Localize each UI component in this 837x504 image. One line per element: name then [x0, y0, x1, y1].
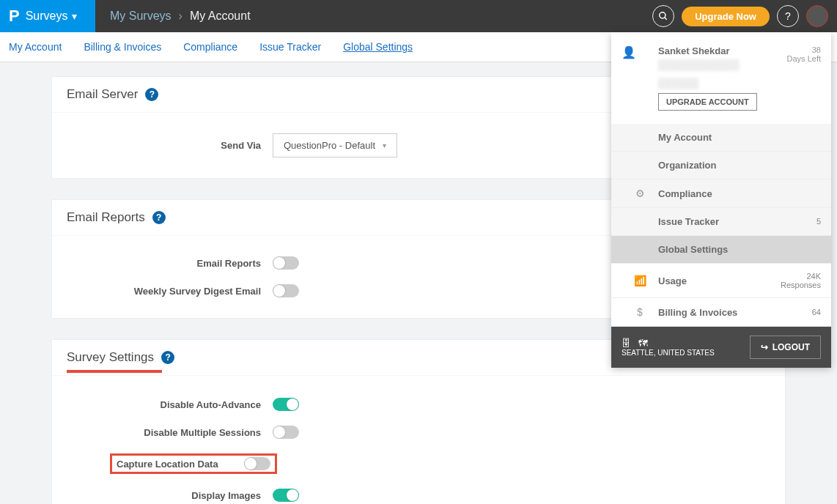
breadcrumb-current: My Account [190, 10, 251, 23]
toggle-switch[interactable] [273, 284, 299, 297]
menu-label: Organization [658, 160, 821, 171]
chevron-down-icon: ▾ [72, 10, 77, 22]
menu-label: Issue Tracker [658, 216, 816, 227]
chevron-right-icon: › [179, 10, 182, 23]
sub-nav-tab[interactable]: Issue Tracker [259, 41, 321, 53]
logout-button[interactable]: ↪ LOGOUT [750, 336, 821, 359]
menu-value: 64 [812, 308, 821, 316]
sub-nav-tab[interactable]: Compliance [183, 41, 237, 53]
toggle-switch[interactable] [273, 489, 299, 502]
database-icon: 🗄 [622, 338, 631, 349]
menu-icon: $ [622, 306, 658, 318]
panel-title: Survey Settings [67, 350, 154, 365]
menu-value: 5 [816, 217, 821, 226]
highlight-underline [67, 370, 162, 373]
logout-icon: ↪ [761, 342, 768, 352]
brand-text: Surveys [26, 10, 68, 23]
help-icon[interactable]: ? [161, 351, 174, 364]
toggle-switch[interactable] [273, 426, 299, 439]
menu-value: 24KResponses [781, 272, 821, 289]
profile-menu-item[interactable]: My Account [611, 124, 831, 152]
setting-label: Disable Auto-Advance [67, 399, 273, 410]
toggle-switch[interactable] [273, 398, 299, 411]
profile-avatar[interactable] [806, 5, 828, 27]
sub-nav-tab[interactable]: Billing & Invoices [84, 41, 161, 53]
menu-label: Billing & Invoices [658, 307, 812, 318]
help-icon[interactable]: ? [777, 5, 799, 27]
highlight-box: Capture Location Data [110, 453, 277, 474]
help-icon[interactable]: ? [145, 88, 158, 101]
setting-label: Display Images [67, 490, 273, 501]
upgrade-button[interactable]: Upgrade Now [682, 7, 770, 26]
toggle-switch[interactable] [244, 457, 270, 470]
menu-label: My Account [658, 132, 821, 143]
breadcrumb-parent[interactable]: My Surveys [110, 10, 172, 23]
profile-plan: ██████ [658, 78, 787, 89]
setting-label: Weekly Survey Digest Email [67, 286, 273, 297]
map-icon: 🗺 [638, 338, 648, 349]
menu-icon: 📶 [622, 275, 658, 286]
breadcrumb: My Surveys › My Account [95, 10, 251, 23]
brand-area[interactable]: P Surveys ▾ [0, 0, 95, 32]
profile-menu-item[interactable]: Global Settings [611, 236, 831, 264]
profile-dropdown: 👤 Sanket Shekdar ████████████ ██████ UPG… [611, 32, 831, 368]
profile-menu-item[interactable]: 📶Usage24KResponses [611, 264, 831, 298]
days-left-label: Days Left [787, 54, 821, 63]
profile-menu-item[interactable]: $Billing & Invoices64 [611, 298, 831, 327]
search-icon[interactable] [652, 5, 674, 27]
toggle-switch[interactable] [273, 256, 299, 270]
setting-label: Capture Location Data [117, 459, 218, 470]
sub-nav-tab[interactable]: My Account [9, 41, 62, 53]
setting-label: Email Reports [67, 258, 273, 269]
chevron-down-icon: ▾ [383, 141, 386, 149]
help-icon[interactable]: ? [152, 211, 166, 224]
svg-point-0 [660, 12, 665, 18]
send-via-select[interactable]: QuestionPro - Default ▾ [273, 133, 397, 158]
panel-title: Email Reports [67, 210, 145, 225]
menu-label: Usage [658, 275, 781, 286]
setting-label: Disable Multiple Sessions [67, 427, 273, 438]
sub-nav-tab[interactable]: Global Settings [343, 41, 413, 53]
profile-menu-item[interactable]: ⚙Compliance [611, 179, 831, 208]
profile-menu-item[interactable]: Organization [611, 152, 831, 179]
menu-label: Compliance [658, 188, 821, 199]
days-left-value: 38 [787, 45, 821, 54]
profile-email: ████████████ [658, 59, 787, 70]
upgrade-account-button[interactable]: UPGRADE ACCOUNT [658, 93, 757, 111]
user-icon: 👤 [622, 45, 658, 111]
profile-name: Sanket Shekdar [658, 45, 787, 56]
profile-menu-item[interactable]: Issue Tracker5 [611, 208, 831, 236]
brand-logo-icon: P [9, 7, 20, 26]
location-text: SEATTLE, UNITED STATES [622, 349, 715, 357]
svg-line-1 [665, 18, 667, 20]
menu-label: Global Settings [658, 244, 821, 255]
menu-icon: ⚙ [622, 188, 658, 199]
panel-title: Email Server [67, 87, 138, 102]
send-via-label: Send Via [67, 140, 273, 151]
